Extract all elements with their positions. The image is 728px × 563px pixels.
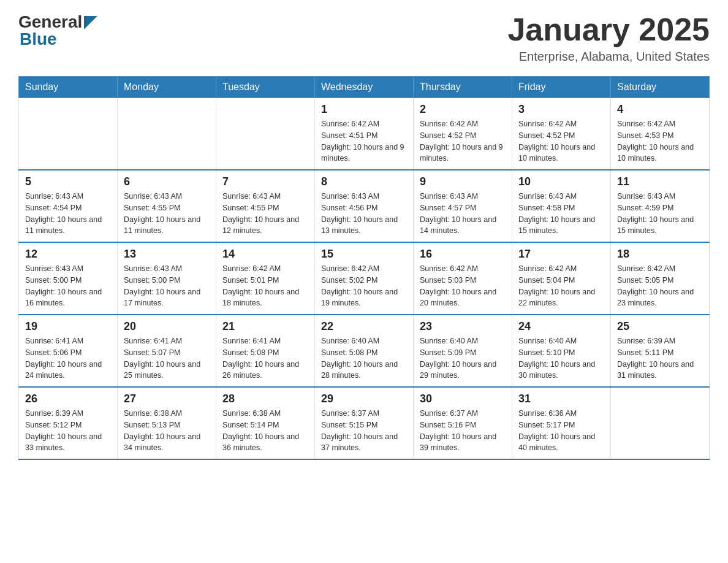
table-row: 12Sunrise: 6:43 AM Sunset: 5:00 PM Dayli… [19,242,118,315]
logo-triangle-icon [84,16,97,29]
day-info: Sunrise: 6:41 AM Sunset: 5:06 PM Dayligh… [25,335,111,381]
table-row: 11Sunrise: 6:43 AM Sunset: 4:59 PM Dayli… [611,170,710,242]
day-info: Sunrise: 6:36 AM Sunset: 5:17 PM Dayligh… [518,408,604,454]
day-number: 17 [518,248,604,261]
table-row: 15Sunrise: 6:42 AM Sunset: 5:02 PM Dayli… [315,242,414,315]
day-info: Sunrise: 6:42 AM Sunset: 5:02 PM Dayligh… [321,263,407,309]
day-info: Sunrise: 6:43 AM Sunset: 4:56 PM Dayligh… [321,191,407,237]
day-info: Sunrise: 6:43 AM Sunset: 4:58 PM Dayligh… [518,191,604,237]
table-row: 31Sunrise: 6:36 AM Sunset: 5:17 PM Dayli… [512,387,611,459]
calendar-table: Sunday Monday Tuesday Wednesday Thursday… [18,76,710,460]
day-info: Sunrise: 6:42 AM Sunset: 4:53 PM Dayligh… [617,118,703,164]
day-number: 16 [420,248,506,261]
col-wednesday: Wednesday [315,77,414,98]
day-info: Sunrise: 6:41 AM Sunset: 5:08 PM Dayligh… [222,335,308,381]
day-info: Sunrise: 6:43 AM Sunset: 4:57 PM Dayligh… [420,191,506,237]
calendar-week-row: 1Sunrise: 6:42 AM Sunset: 4:51 PM Daylig… [19,98,710,170]
day-info: Sunrise: 6:43 AM Sunset: 5:00 PM Dayligh… [124,263,210,309]
table-row [611,387,710,459]
logo-icon: General Blue [18,12,97,49]
svg-marker-0 [84,16,97,29]
table-row: 6Sunrise: 6:43 AM Sunset: 4:55 PM Daylig… [118,170,216,242]
title-area: January 2025 Enterprise, Alabama, United… [507,12,710,64]
day-number: 11 [617,175,703,188]
table-row: 7Sunrise: 6:43 AM Sunset: 4:55 PM Daylig… [216,170,315,242]
table-row: 16Sunrise: 6:42 AM Sunset: 5:03 PM Dayli… [414,242,512,315]
day-number: 20 [124,320,210,333]
table-row: 5Sunrise: 6:43 AM Sunset: 4:54 PM Daylig… [19,170,118,242]
day-info: Sunrise: 6:40 AM Sunset: 5:10 PM Dayligh… [518,335,604,381]
col-thursday: Thursday [414,77,512,98]
day-info: Sunrise: 6:43 AM Sunset: 4:55 PM Dayligh… [124,191,210,237]
table-row: 25Sunrise: 6:39 AM Sunset: 5:11 PM Dayli… [611,315,710,387]
calendar-title: January 2025 [507,12,710,47]
table-row: 21Sunrise: 6:41 AM Sunset: 5:08 PM Dayli… [216,315,315,387]
day-number: 27 [124,393,210,405]
table-row: 24Sunrise: 6:40 AM Sunset: 5:10 PM Dayli… [512,315,611,387]
day-number: 26 [25,393,111,405]
day-number: 4 [617,103,703,116]
day-number: 6 [124,175,210,188]
day-number: 19 [25,320,111,333]
day-info: Sunrise: 6:42 AM Sunset: 5:01 PM Dayligh… [222,263,308,309]
day-number: 25 [617,320,703,333]
day-number: 3 [518,103,604,116]
day-number: 28 [222,393,308,405]
day-number: 7 [222,175,308,188]
day-number: 23 [420,320,506,333]
table-row: 23Sunrise: 6:40 AM Sunset: 5:09 PM Dayli… [414,315,512,387]
day-info: Sunrise: 6:40 AM Sunset: 5:09 PM Dayligh… [420,335,506,381]
calendar-week-row: 5Sunrise: 6:43 AM Sunset: 4:54 PM Daylig… [19,170,710,242]
day-info: Sunrise: 6:37 AM Sunset: 5:15 PM Dayligh… [321,408,407,454]
day-info: Sunrise: 6:42 AM Sunset: 5:03 PM Dayligh… [420,263,506,309]
day-info: Sunrise: 6:39 AM Sunset: 5:11 PM Dayligh… [617,335,703,381]
calendar-header-row: Sunday Monday Tuesday Wednesday Thursday… [19,77,710,98]
day-info: Sunrise: 6:43 AM Sunset: 4:59 PM Dayligh… [617,191,703,237]
day-info: Sunrise: 6:38 AM Sunset: 5:14 PM Dayligh… [222,408,308,454]
table-row: 4Sunrise: 6:42 AM Sunset: 4:53 PM Daylig… [611,98,710,170]
table-row: 2Sunrise: 6:42 AM Sunset: 4:52 PM Daylig… [414,98,512,170]
table-row: 10Sunrise: 6:43 AM Sunset: 4:58 PM Dayli… [512,170,611,242]
col-tuesday: Tuesday [216,77,315,98]
day-info: Sunrise: 6:41 AM Sunset: 5:07 PM Dayligh… [124,335,210,381]
day-info: Sunrise: 6:43 AM Sunset: 4:54 PM Dayligh… [25,191,111,237]
day-number: 2 [420,103,506,116]
table-row: 22Sunrise: 6:40 AM Sunset: 5:08 PM Dayli… [315,315,414,387]
day-number: 10 [518,175,604,188]
table-row: 29Sunrise: 6:37 AM Sunset: 5:15 PM Dayli… [315,387,414,459]
page-header: General Blue January 2025 Enterprise, Al… [18,12,710,64]
table-row: 9Sunrise: 6:43 AM Sunset: 4:57 PM Daylig… [414,170,512,242]
day-number: 31 [518,393,604,405]
table-row: 30Sunrise: 6:37 AM Sunset: 5:16 PM Dayli… [414,387,512,459]
col-saturday: Saturday [611,77,710,98]
calendar-subtitle: Enterprise, Alabama, United States [507,50,710,64]
col-sunday: Sunday [19,77,118,98]
day-number: 22 [321,320,407,333]
table-row [118,98,216,170]
table-row: 8Sunrise: 6:43 AM Sunset: 4:56 PM Daylig… [315,170,414,242]
table-row [216,98,315,170]
logo: General Blue [18,12,97,49]
day-info: Sunrise: 6:42 AM Sunset: 5:04 PM Dayligh… [518,263,604,309]
table-row: 14Sunrise: 6:42 AM Sunset: 5:01 PM Dayli… [216,242,315,315]
day-info: Sunrise: 6:43 AM Sunset: 5:00 PM Dayligh… [25,263,111,309]
table-row: 20Sunrise: 6:41 AM Sunset: 5:07 PM Dayli… [118,315,216,387]
logo-blue-text: Blue [20,29,57,49]
day-info: Sunrise: 6:42 AM Sunset: 4:52 PM Dayligh… [420,118,506,164]
day-number: 1 [321,103,407,116]
calendar-week-row: 26Sunrise: 6:39 AM Sunset: 5:12 PM Dayli… [19,387,710,459]
day-info: Sunrise: 6:43 AM Sunset: 4:55 PM Dayligh… [222,191,308,237]
day-info: Sunrise: 6:38 AM Sunset: 5:13 PM Dayligh… [124,408,210,454]
day-number: 29 [321,393,407,405]
table-row: 27Sunrise: 6:38 AM Sunset: 5:13 PM Dayli… [118,387,216,459]
table-row: 3Sunrise: 6:42 AM Sunset: 4:52 PM Daylig… [512,98,611,170]
day-info: Sunrise: 6:42 AM Sunset: 5:05 PM Dayligh… [617,263,703,309]
day-number: 18 [617,248,703,261]
day-info: Sunrise: 6:42 AM Sunset: 4:51 PM Dayligh… [321,118,407,164]
table-row: 1Sunrise: 6:42 AM Sunset: 4:51 PM Daylig… [315,98,414,170]
day-number: 24 [518,320,604,333]
day-info: Sunrise: 6:39 AM Sunset: 5:12 PM Dayligh… [25,408,111,454]
day-number: 5 [25,175,111,188]
table-row: 13Sunrise: 6:43 AM Sunset: 5:00 PM Dayli… [118,242,216,315]
day-info: Sunrise: 6:42 AM Sunset: 4:52 PM Dayligh… [518,118,604,164]
